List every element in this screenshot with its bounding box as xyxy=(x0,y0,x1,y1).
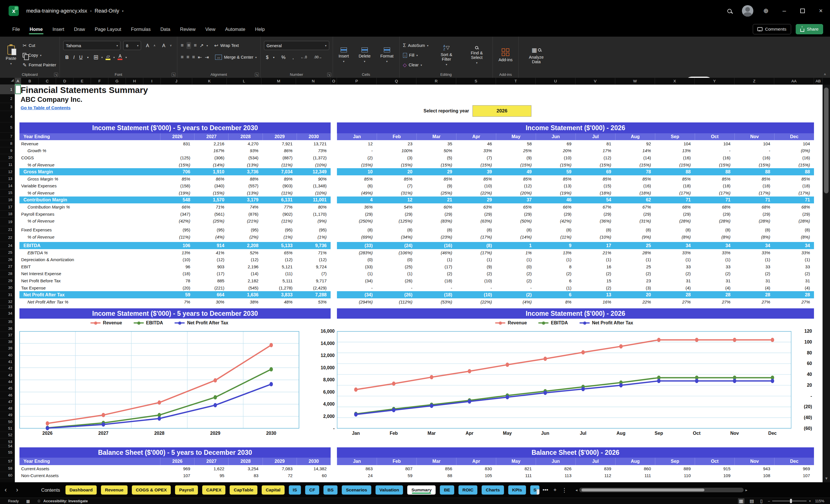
cell[interactable]: 33 xyxy=(655,264,695,269)
cell[interactable]: 826 xyxy=(536,466,575,471)
row-header-30[interactable]: 30 xyxy=(0,284,15,291)
cell[interactable]: (1) xyxy=(536,285,575,290)
cell[interactable]: (25%) xyxy=(194,219,228,223)
table-column-header[interactable]: Apr xyxy=(456,458,496,465)
cell[interactable]: (2) xyxy=(655,271,695,276)
cell[interactable]: 889 xyxy=(655,466,695,471)
cell[interactable]: 85% xyxy=(377,177,416,181)
cell[interactable]: 86% xyxy=(194,177,228,181)
cell[interactable]: 29 xyxy=(416,169,456,175)
increase-decimal-button[interactable]: ←.0 xyxy=(298,55,309,59)
cell[interactable]: (283%) xyxy=(337,250,377,255)
table-column-header[interactable]: 2027 xyxy=(194,133,228,140)
cell[interactable]: (7) xyxy=(296,271,331,276)
cell[interactable]: (4) xyxy=(774,285,814,290)
cell[interactable]: 20 xyxy=(377,169,416,175)
cell[interactable]: (2) xyxy=(575,271,615,276)
cell[interactable]: (17%) xyxy=(655,190,695,195)
cell[interactable]: 831 xyxy=(160,141,194,146)
cell[interactable]: (545) xyxy=(228,285,262,290)
cell[interactable]: 88 xyxy=(655,169,695,175)
cell[interactable]: (8) xyxy=(536,227,575,232)
new-sheet-button[interactable]: + xyxy=(553,487,556,493)
sheet-tab-be[interactable]: BE xyxy=(439,485,455,495)
cell[interactable]: (53%) xyxy=(416,300,456,304)
cell[interactable]: (125) xyxy=(160,155,194,160)
minimize-button[interactable]: – xyxy=(775,0,793,22)
cell[interactable]: 10 xyxy=(337,169,377,175)
cell[interactable]: (46%) xyxy=(416,250,456,255)
clear-button[interactable]: ◇Clear▾ xyxy=(403,61,428,69)
cell[interactable]: 110 xyxy=(655,473,695,478)
column-header-M[interactable]: M xyxy=(261,78,296,85)
cell[interactable]: (23%) xyxy=(416,234,456,240)
cell[interactable]: 4 xyxy=(337,197,377,202)
cell[interactable]: 6 xyxy=(536,292,575,297)
cell[interactable]: (1) xyxy=(536,257,575,262)
cell[interactable]: 107 xyxy=(774,473,814,478)
cell[interactable]: 915 xyxy=(695,466,734,471)
cell[interactable]: 863 xyxy=(337,466,377,471)
cell[interactable]: (4) xyxy=(695,285,734,290)
cell[interactable]: 53% xyxy=(296,300,331,304)
cell[interactable]: (17%) xyxy=(456,250,496,255)
table-column-header[interactable]: May xyxy=(496,458,536,465)
row-label-cell[interactable]: Variable Expenses xyxy=(20,183,160,188)
cell[interactable]: 34 xyxy=(695,243,734,248)
cell[interactable]: 943 xyxy=(734,466,774,471)
sheet-tab-summary[interactable]: Summary xyxy=(407,485,436,495)
cell[interactable]: (158) xyxy=(160,183,194,188)
cell[interactable]: (1,348) xyxy=(296,183,331,188)
cell[interactable]: (34) xyxy=(337,292,377,297)
cell[interactable]: (19%) xyxy=(536,190,575,195)
cell[interactable]: 9,736 xyxy=(296,243,331,248)
page-break-view-button[interactable]: ▯ xyxy=(759,498,764,504)
cell[interactable]: 41% xyxy=(194,250,228,255)
cell[interactable]: 35 xyxy=(416,141,456,146)
cell[interactable]: 78 xyxy=(615,169,655,175)
cell[interactable]: 85% xyxy=(695,177,734,181)
cell[interactable]: (31%) xyxy=(615,219,655,223)
balance-sheet-monthly-table[interactable]: Balance Sheet ($'000) - 2026JanFebMarApr… xyxy=(337,447,814,479)
cell[interactable]: (1) xyxy=(456,257,496,262)
cell[interactable]: (83%) xyxy=(416,219,456,223)
cell[interactable]: 111 xyxy=(615,473,655,478)
cell[interactable]: 85% xyxy=(774,177,814,181)
row-header-12[interactable]: 12 xyxy=(0,168,15,175)
column-header-AB[interactable]: AB xyxy=(814,78,823,85)
cell[interactable]: (15%) xyxy=(496,162,536,167)
cell[interactable]: 104 xyxy=(774,141,814,146)
cell[interactable]: (294%) xyxy=(337,300,377,304)
table-column-header[interactable]: Jan xyxy=(337,458,377,465)
cell[interactable]: 21 xyxy=(416,197,456,202)
cell[interactable]: 13% xyxy=(160,250,194,255)
cell[interactable]: 88 xyxy=(695,169,734,175)
row-header-13[interactable]: 13 xyxy=(0,175,15,183)
cell[interactable]: 68% xyxy=(734,204,774,209)
cell[interactable]: 85% xyxy=(337,177,377,181)
cell[interactable]: (221) xyxy=(194,285,228,290)
menu-tab-help[interactable]: Help xyxy=(250,24,270,35)
cell[interactable]: 46 xyxy=(456,141,496,146)
cell[interactable]: (18%) xyxy=(575,190,615,195)
cell[interactable]: (9%) xyxy=(296,219,331,223)
cell[interactable]: 31 xyxy=(734,278,774,283)
cell[interactable]: 5,121 xyxy=(262,264,296,269)
format-cells-button[interactable]: Format▾ xyxy=(378,47,396,63)
row-header-41[interactable]: 41 xyxy=(0,358,15,365)
cell[interactable]: (2) xyxy=(695,271,734,276)
income-statement-monthly-table[interactable]: Income Statement ($'000) - 2026JanFebMar… xyxy=(337,122,814,306)
fill-color-button[interactable]: ▱ xyxy=(105,54,110,60)
column-header-U[interactable]: U xyxy=(536,78,575,85)
cell[interactable]: (8%) xyxy=(774,234,814,240)
cell[interactable]: 5,111 xyxy=(262,278,296,283)
row-header-15[interactable]: 15 xyxy=(0,189,15,196)
menu-tab-data[interactable]: Data xyxy=(156,24,175,35)
cell[interactable]: 113 xyxy=(536,473,575,478)
delete-cells-button[interactable]: Delete▾ xyxy=(356,47,373,63)
row-label-cell[interactable]: Current Assets xyxy=(20,466,160,471)
cell[interactable]: 807 xyxy=(377,466,416,471)
cell[interactable]: (18) xyxy=(416,292,456,297)
sheet-tab-dashboard[interactable]: Dashboard xyxy=(65,485,97,495)
cell[interactable]: 48% xyxy=(262,300,296,304)
